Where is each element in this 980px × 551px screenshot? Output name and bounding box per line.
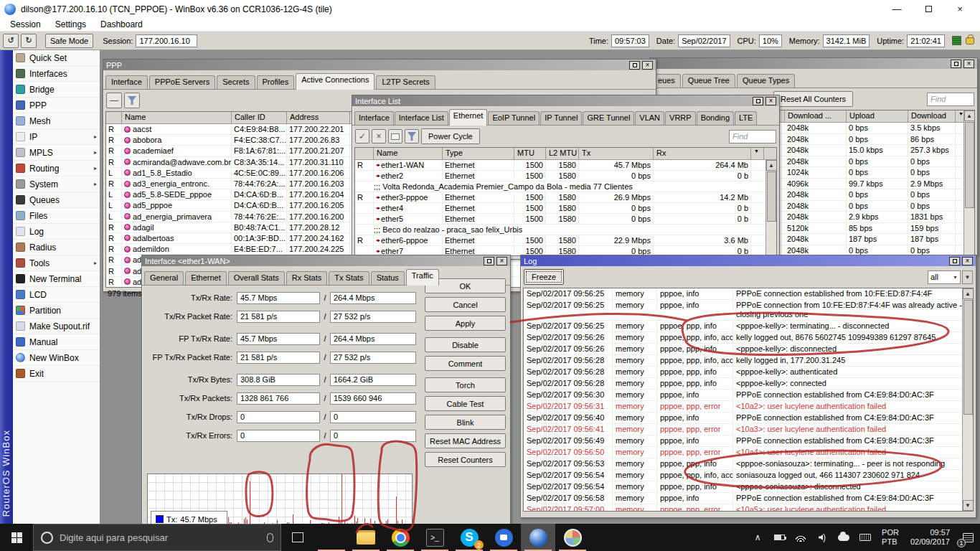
tx-value-field[interactable]: 0 <box>237 430 320 442</box>
log-entry-row[interactable]: Sep/02/2017 09:57:00 memory pppoe, ppp, … <box>524 504 966 512</box>
freeze-button[interactable]: Freeze <box>524 269 564 285</box>
rx-value-field[interactable]: 27 532 p/s <box>330 311 416 323</box>
sidebar-item[interactable]: Make Supout.rif <box>13 319 100 334</box>
interface-row[interactable]: ◂▸ ;;; Volta Redonda_Academia Premier_Ca… <box>355 182 776 192</box>
session-value[interactable]: 177.200.16.10 <box>136 34 197 47</box>
log-entry-row[interactable]: Sep/02/2017 09:56:54 memory pppoe, ppp, … <box>524 470 966 481</box>
sidebar-item[interactable]: Manual <box>13 334 100 350</box>
microphone-icon[interactable] <box>267 533 273 542</box>
tx-value-field[interactable]: 45.7 Mbps <box>237 292 320 304</box>
taskbar-app-button[interactable] <box>521 524 555 551</box>
log-entry-row[interactable]: Sep/02/2017 09:56:53 memory pppoe, ppp, … <box>524 458 966 470</box>
action-button[interactable]: Cable Test <box>425 396 506 411</box>
ifdetail-restore-button[interactable] <box>484 257 494 265</box>
comment-button-icon[interactable] <box>388 129 402 143</box>
queue-restore-button[interactable] <box>951 60 961 68</box>
scroll-up-icon[interactable]: ▲ <box>766 160 777 171</box>
taskbar-app-button[interactable] <box>383 524 418 551</box>
touch-keyboard-icon[interactable] <box>854 524 876 551</box>
iflist-tab[interactable]: Interface List <box>395 111 448 125</box>
iflist-close-button[interactable]: × <box>765 97 776 105</box>
iflist-tab[interactable]: LTE <box>735 111 757 125</box>
taskbar-app-button[interactable] <box>555 524 590 551</box>
ppp-tab[interactable]: Profiles <box>257 75 295 89</box>
queue-col-upload[interactable]: Upload <box>847 110 908 122</box>
log-entry-row[interactable]: Sep/02/2017 09:56:54 memory pppoe, ppp, … <box>524 481 966 493</box>
rx-value-field[interactable]: 264.4 Mbps <box>330 333 416 345</box>
sidebar-item[interactable]: Mesh <box>13 113 100 129</box>
interface-list-titlebar[interactable]: Interface List × <box>352 95 779 106</box>
ppp-col-name[interactable]: Name <box>122 112 232 123</box>
tray-chevron-icon[interactable]: ∧ <box>747 524 768 551</box>
log-entry-row[interactable]: Sep/02/2017 09:56:41 memory pppoe, ppp, … <box>524 424 966 435</box>
action-button[interactable]: Apply <box>425 316 506 331</box>
sidebar-item[interactable]: Queues <box>13 192 100 208</box>
ifdetail-tab[interactable]: General <box>144 271 184 285</box>
action-button[interactable]: Cancel <box>425 297 506 312</box>
queue-tab[interactable]: Queue Tree <box>682 74 735 88</box>
iflist-tab[interactable]: VLAN <box>635 111 664 125</box>
action-button[interactable]: Reset Counters <box>425 452 506 467</box>
sidebar-item[interactable]: Bridge <box>13 82 100 98</box>
taskbar-app-button[interactable] <box>349 524 383 551</box>
iflist-find-input[interactable] <box>729 130 776 143</box>
action-button[interactable]: Blink <box>425 415 506 430</box>
rx-value-field[interactable]: 0 <box>330 430 416 442</box>
sidebar-item[interactable]: Interfaces <box>13 66 100 82</box>
iflist-tab[interactable]: Ethernet <box>449 109 488 126</box>
log-entry-row[interactable]: Sep/02/2017 09:56:25 memory pppoe, info … <box>524 288 966 300</box>
ppp-restore-button[interactable] <box>629 61 640 70</box>
action-button[interactable]: Torch <box>425 377 506 392</box>
rx-value-field[interactable]: 1539 660 946 <box>330 392 416 405</box>
interface-row[interactable]: R ◂▸ether6-pppoe Ethernet 1500 1580 22.9… <box>355 235 776 246</box>
iflist-col-rx[interactable]: Rx <box>654 148 751 159</box>
volume-icon[interactable]: ) <box>811 524 833 551</box>
battery-icon[interactable] <box>768 524 790 551</box>
ifdetail-tab[interactable]: Overall Stats <box>228 271 285 285</box>
remove-button[interactable]: — <box>106 93 122 108</box>
iflist-col-name[interactable]: Name <box>374 148 443 159</box>
log-scrollbar[interactable]: ▲ ▼ <box>962 288 973 511</box>
sidebar-item[interactable]: LCD <box>13 287 100 303</box>
redo-button[interactable]: ↻ <box>21 34 37 48</box>
taskbar-app-button[interactable]: S 2 <box>452 524 486 551</box>
close-button[interactable]: × <box>944 0 976 18</box>
interface-row[interactable]: ◂▸ether5 Ethernet 1500 1580 0 bps 0 b <box>355 214 776 225</box>
language-indicator[interactable]: POR PTB <box>876 528 905 547</box>
ppp-tab[interactable]: PPPoE Servers <box>149 75 215 89</box>
iflist-col-tx[interactable]: Tx <box>579 148 654 159</box>
scroll-up-icon[interactable]: ▲ <box>964 110 975 121</box>
iflist-restore-button[interactable] <box>753 97 763 105</box>
sidebar-item[interactable]: MPLS ▸ <box>13 145 100 161</box>
log-entry-row[interactable]: Sep/02/2017 09:56:25 memory pppoe, ppp, … <box>524 321 966 332</box>
filter-button[interactable] <box>124 93 140 108</box>
log-entry-row[interactable]: Sep/02/2017 09:56:26 memory pppoe, ppp, … <box>524 332 966 344</box>
sidebar-item[interactable]: Routing ▸ <box>13 161 100 176</box>
iflist-tab[interactable]: IP Tunnel <box>540 111 582 125</box>
iflist-tab[interactable]: Bonding <box>697 111 734 125</box>
rx-value-field[interactable]: 27 532 p/s <box>330 352 416 364</box>
rx-value-field[interactable]: 1664.2 GiB <box>330 374 416 386</box>
clock[interactable]: 09:57 02/09/2017 <box>905 528 956 547</box>
log-entry-row[interactable]: Sep/02/2017 09:56:58 memory pppoe, info … <box>524 493 966 504</box>
sidebar-item[interactable]: New Terminal <box>13 271 100 287</box>
iflist-tab[interactable]: EoIP Tunnel <box>488 111 540 125</box>
ppp-tab[interactable]: L2TP Secrets <box>376 75 435 89</box>
tx-value-field[interactable]: 1328 861 766 <box>237 392 320 405</box>
disable-button-icon[interactable]: × <box>372 129 386 143</box>
notification-center-button[interactable]: 1 <box>956 524 980 551</box>
sidebar-item[interactable]: New WinBox <box>13 350 100 366</box>
iflist-filter-button[interactable] <box>405 129 419 143</box>
sidebar-item[interactable]: Radius <box>13 240 100 255</box>
iflist-col-l2mtu[interactable]: L2 MTU <box>546 148 579 159</box>
scroll-to-end-button[interactable]: ▼ <box>962 270 973 284</box>
iflist-tab[interactable]: GRE Tunnel <box>583 111 634 125</box>
log-entry-row[interactable]: Sep/02/2017 09:56:31 memory pppoe, ppp, … <box>524 401 966 413</box>
column-picker-icon[interactable]: ▼ <box>751 148 764 159</box>
sidebar-item[interactable]: Exit <box>13 366 100 382</box>
taskbar-search[interactable]: Digite aqui para pesquisar <box>33 524 281 551</box>
wifi-icon[interactable] <box>790 524 811 551</box>
ppp-col-address[interactable]: Address <box>287 112 350 123</box>
queue-col-download-max[interactable]: Download ... <box>785 110 847 122</box>
interface-row[interactable]: ◂▸ ;;; Beco do realzao - praca_sao felix… <box>355 225 776 235</box>
